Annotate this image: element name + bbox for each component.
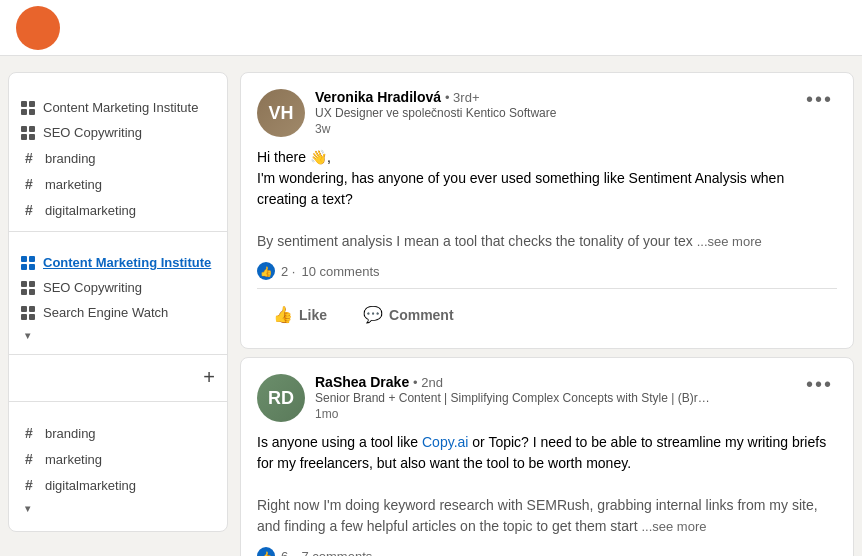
like-icon-small-1: 👍 <box>257 262 275 280</box>
like-icon-1: 👍 <box>273 305 293 324</box>
main-container: Content Marketing InstituteSEO Copywriti… <box>0 56 862 556</box>
sidebar-item-content-marketing-institute-grp[interactable]: Content Marketing Institute <box>9 250 227 275</box>
sidebar-item-label: marketing <box>45 177 102 192</box>
comment-icon-1: 💬 <box>363 305 383 324</box>
post-more-options-1[interactable]: ••• <box>802 89 837 109</box>
sidebar-item-seo-copywriting[interactable]: SEO Copywriting <box>9 120 227 145</box>
groups-icon <box>21 306 35 320</box>
groups-icon <box>21 101 35 115</box>
hashtag-icon: # <box>21 451 37 467</box>
post-author-title-1: UX Designer ve společnosti Kentico Softw… <box>315 106 556 120</box>
sidebar-item-digitalmarketing-tag[interactable]: #digitalmarketing <box>9 472 227 498</box>
hashtag-icon: # <box>21 150 37 166</box>
show-more-hashtags[interactable]: ▾ <box>9 498 227 519</box>
sidebar-item-label: digitalmarketing <box>45 478 136 493</box>
post-likes-count-2: 6 · <box>281 549 295 557</box>
sidebar-item-label: branding <box>45 151 96 166</box>
sidebar-item-label: SEO Copywriting <box>43 125 142 140</box>
post-author-info-1: Veronika Hradilová • 3rd+ UX Designer ve… <box>315 89 556 136</box>
comment-label-1: Comment <box>389 307 454 323</box>
post-body-line2-1: I'm wondering, has anyone of you ever us… <box>257 168 837 210</box>
like-button-1[interactable]: 👍 Like <box>257 297 343 332</box>
show-more-groups[interactable]: ▾ <box>9 325 227 346</box>
post-time-1: 3w <box>315 122 556 136</box>
groups-icon <box>21 126 35 140</box>
recent-section-title <box>9 85 227 95</box>
sidebar-divider-2 <box>9 354 227 355</box>
post-stats-2: 👍 6 · 7 comments <box>257 547 837 556</box>
post-author-title-2: Senior Brand + Content | Simplifying Com… <box>315 391 715 405</box>
groups-icon <box>21 281 35 295</box>
hashtag-icon: # <box>21 202 37 218</box>
sidebar-item-marketing-tag[interactable]: #marketing <box>9 446 227 472</box>
copy-ai-link[interactable]: Copy.ai <box>422 434 468 450</box>
sidebar-item-label: branding <box>45 426 96 441</box>
sidebar-item-label: digitalmarketing <box>45 203 136 218</box>
avatar-2[interactable]: RD <box>257 374 305 422</box>
sidebar-item-label: marketing <box>45 452 102 467</box>
feed: VH Veronika Hradilová • 3rd+ UX Designer… <box>240 72 854 556</box>
groups-icon <box>21 256 35 270</box>
groups-section-title <box>9 240 227 250</box>
header <box>0 0 862 56</box>
post-divider-1 <box>257 288 837 289</box>
sidebar-item-branding[interactable]: #branding <box>9 145 227 171</box>
hashtag-icon: # <box>21 425 37 441</box>
post-body-truncated-1: By sentiment analysis I mean a tool that… <box>257 233 693 249</box>
sidebar-item-content-marketing-institute[interactable]: Content Marketing Institute <box>9 95 227 120</box>
like-icon-small-2: 👍 <box>257 547 275 556</box>
avatar-initials-1: VH <box>257 89 305 137</box>
sidebar: Content Marketing InstituteSEO Copywriti… <box>8 72 228 532</box>
sidebar-item-branding-tag[interactable]: #branding <box>9 420 227 446</box>
sidebar-item-digitalmarketing[interactable]: #digitalmarketing <box>9 197 227 223</box>
chevron-down-icon: ▾ <box>25 330 30 341</box>
post-author-name-2[interactable]: RaShea Drake <box>315 374 409 390</box>
post-body-main-2: Is anyone using a tool like Copy.ai or T… <box>257 432 837 474</box>
sidebar-item-label: SEO Copywriting <box>43 280 142 295</box>
post-header-left-1: VH Veronika Hradilová • 3rd+ UX Designer… <box>257 89 556 137</box>
post-body-spacer-2 <box>257 474 837 495</box>
post-body-line3-1 <box>257 210 837 231</box>
post-author-degree-1: • 3rd+ <box>445 90 480 105</box>
chevron-down-icon-2: ▾ <box>25 503 30 514</box>
post-header-1: VH Veronika Hradilová • 3rd+ UX Designer… <box>257 89 837 137</box>
hashtag-icon: # <box>21 477 37 493</box>
post-author-info-2: RaShea Drake • 2nd Senior Brand + Conten… <box>315 374 715 421</box>
post-body-2: Is anyone using a tool like Copy.ai or T… <box>257 432 837 537</box>
logo[interactable] <box>16 6 60 50</box>
post-body-1: Hi there 👋, I'm wondering, has anyone of… <box>257 147 837 252</box>
avatar-initials-2: RD <box>257 374 305 422</box>
post-header-2: RD RaShea Drake • 2nd Senior Brand + Con… <box>257 374 837 422</box>
post-comments-count-1[interactable]: 10 comments <box>301 264 379 279</box>
post-card-1: VH Veronika Hradilová • 3rd+ UX Designer… <box>240 72 854 349</box>
sidebar-divider-1 <box>9 231 227 232</box>
post-body-line1-1: Hi there 👋, <box>257 147 837 168</box>
sidebar-item-label: Content Marketing Institute <box>43 100 198 115</box>
post-likes-count-1: 2 · <box>281 264 295 279</box>
post-actions-1: 👍 Like 💬 Comment <box>257 297 837 332</box>
sidebar-item-label: Search Engine Watch <box>43 305 168 320</box>
comment-button-1[interactable]: 💬 Comment <box>347 297 470 332</box>
post-comments-count-2[interactable]: 7 comments <box>301 549 372 557</box>
post-see-more-2[interactable]: ...see more <box>641 519 706 534</box>
sidebar-item-marketing[interactable]: #marketing <box>9 171 227 197</box>
post-time-2: 1mo <box>315 407 715 421</box>
hashtag-icon: # <box>21 176 37 192</box>
like-label-1: Like <box>299 307 327 323</box>
events-section: + <box>9 363 227 393</box>
sidebar-divider-3 <box>9 401 227 402</box>
post-header-left-2: RD RaShea Drake • 2nd Senior Brand + Con… <box>257 374 715 422</box>
avatar-1[interactable]: VH <box>257 89 305 137</box>
followed-hashtags-title <box>9 410 227 420</box>
post-card-2: RD RaShea Drake • 2nd Senior Brand + Con… <box>240 357 854 556</box>
post-author-name-1[interactable]: Veronika Hradilová <box>315 89 441 105</box>
post-body-truncated-2: Right now I'm doing keyword research wit… <box>257 497 818 534</box>
post-more-options-2[interactable]: ••• <box>802 374 837 394</box>
post-see-more-1[interactable]: ...see more <box>697 234 762 249</box>
post-author-degree-2: • 2nd <box>413 375 443 390</box>
sidebar-item-label: Content Marketing Institute <box>43 255 211 270</box>
add-event-icon[interactable]: + <box>203 367 215 387</box>
sidebar-item-search-engine-watch-grp[interactable]: Search Engine Watch <box>9 300 227 325</box>
sidebar-item-seo-copywriting-grp[interactable]: SEO Copywriting <box>9 275 227 300</box>
post-stats-1: 👍 2 · 10 comments <box>257 262 837 280</box>
